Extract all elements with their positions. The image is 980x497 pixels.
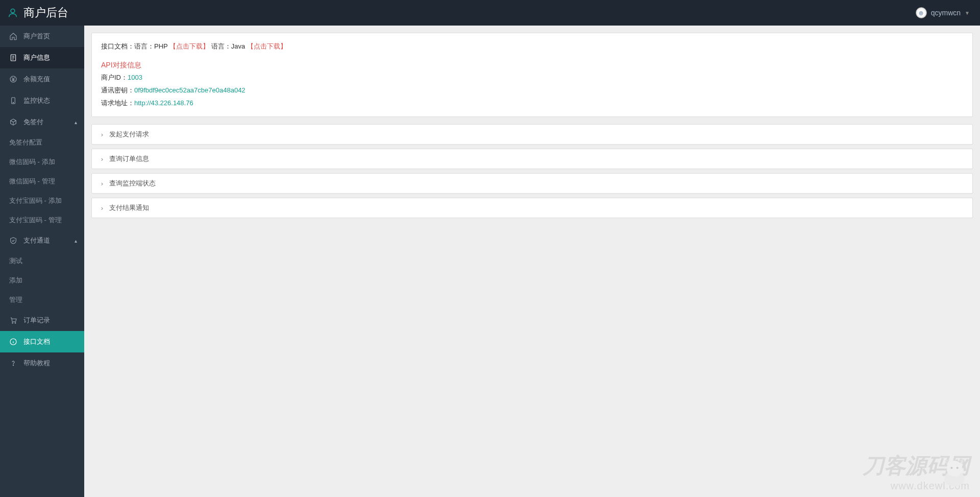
home-icon [9,32,17,40]
url-line: 请求地址：http://43.226.148.76 [101,97,963,110]
java-download-link[interactable]: 【点击下载】 [247,42,287,50]
chevron-right-icon: › [100,204,104,212]
sidebar-sub-ali-manage[interactable]: 支付宝固码 - 管理 [0,210,84,229]
logo: 商户后台 [7,5,68,20]
php-download-link[interactable]: 【点击下载】 [169,42,209,50]
sidebar-item-monitor-status[interactable]: 监控状态 [0,90,84,111]
chevron-up-icon: ▴ [75,120,77,125]
svg-point-0 [11,9,15,13]
doc-download-line: 接口文档：语言：PHP 【点击下载】 语言：Java 【点击下载】 [101,40,963,53]
chevron-down-icon: ▼ [965,10,970,16]
device-icon [9,97,17,105]
request-url[interactable]: http://43.226.148.76 [134,99,193,107]
chevron-right-icon: › [100,180,104,187]
chevron-right-icon: › [100,155,104,163]
secret-value: 0f9fbdf9ec0cec52aa7cbe7e0a48a042 [134,86,246,94]
document-icon [9,54,17,62]
sidebar-item-home[interactable]: 商户首页 [0,26,84,47]
api-info-panel: 接口文档：语言：PHP 【点击下载】 语言：Java 【点击下载】 API对接信… [91,33,973,117]
chevron-right-icon: › [100,131,104,138]
avatar-icon: ☻ [916,7,927,18]
user-outline-icon [7,7,18,18]
merchant-id-line: 商户ID：1003 [101,72,963,84]
main-content: 接口文档：语言：PHP 【点击下载】 语言：Java 【点击下载】 API对接信… [84,26,980,229]
sidebar-item-sign-free[interactable]: 免签付 ▴ [0,111,84,133]
sidebar-sub-sign-free-config[interactable]: 免签付配置 [0,133,84,152]
merchant-id-value: 1003 [128,74,142,81]
sidebar-item-balance-recharge[interactable]: 余额充值 [0,68,84,90]
user-menu[interactable]: ☻ qcymwcn ▼ [916,7,970,18]
sidebar: 商户首页 商户信息 余额充值 监控状态 免签付 ▴ 免签付配置 微信固码 - 添… [0,26,84,229]
cube-icon [9,118,17,126]
sidebar-sub-ali-add[interactable]: 支付宝固码 - 添加 [0,191,84,210]
svg-point-4 [13,102,13,103]
sidebar-sub-wx-manage[interactable]: 微信固码 - 管理 [0,172,84,191]
sidebar-sub-wx-add[interactable]: 微信固码 - 添加 [0,152,84,172]
yen-icon [9,75,17,83]
logo-text: 商户后台 [23,5,68,20]
top-header: 商户后台 ☻ qcymwcn ▼ [0,0,980,26]
sidebar-item-merchant-info[interactable]: 商户信息 [0,47,84,68]
accordion-query-monitor[interactable]: › 查询监控端状态 [91,173,973,194]
accordion-pay-notify[interactable]: › 支付结果通知 [91,198,973,218]
api-info-title: API对接信息 [101,58,963,72]
username: qcymwcn [931,9,961,17]
accordion-pay-request[interactable]: › 发起支付请求 [91,124,973,145]
secret-line: 通讯密钥：0f9fbdf9ec0cec52aa7cbe7e0a48a042 [101,84,963,97]
accordion-query-order[interactable]: › 查询订单信息 [91,149,973,169]
